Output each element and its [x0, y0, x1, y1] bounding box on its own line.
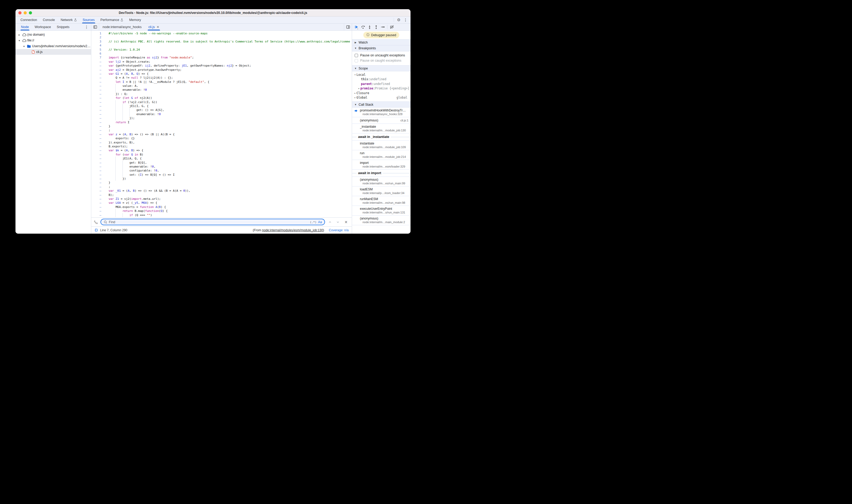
line-number[interactable]: –: [91, 100, 105, 104]
line-number[interactable]: –: [91, 141, 105, 144]
line-number[interactable]: –: [91, 157, 105, 161]
line-number[interactable]: –: [91, 76, 105, 80]
line-number[interactable]: –: [91, 88, 105, 92]
pretty-print-icon[interactable]: {}: [94, 229, 97, 232]
scope-expander-icon[interactable]: ▾: [354, 73, 356, 76]
line-number[interactable]: –: [91, 144, 105, 148]
tree-expander-icon[interactable]: ▾: [22, 45, 26, 48]
line-number[interactable]: 7: [91, 56, 105, 59]
line-number[interactable]: –: [91, 132, 105, 136]
step-into-icon[interactable]: [368, 25, 372, 29]
tree-expander-icon[interactable]: ▾: [18, 39, 21, 42]
tab-network[interactable]: Network: [58, 17, 80, 23]
resume-script-icon[interactable]: [354, 25, 359, 29]
section-call-stack[interactable]: ▼ Call Stack: [352, 102, 410, 108]
line-number[interactable]: –: [91, 60, 105, 64]
line-number[interactable]: –: [91, 116, 105, 120]
toggle-navigator-icon[interactable]: [91, 23, 99, 31]
line-number[interactable]: –: [91, 177, 105, 181]
tree-item-cli-js[interactable]: cli.js: [16, 49, 91, 55]
close-window-button[interactable]: [18, 11, 21, 14]
line-number[interactable]: –: [91, 148, 105, 152]
call-stack-frame-anonymous[interactable]: (anonymous)node:internal/m…es/run_main:9…: [352, 177, 410, 186]
step-over-icon[interactable]: [361, 25, 365, 29]
line-number[interactable]: –: [91, 152, 105, 157]
line-number[interactable]: 6: [91, 52, 105, 56]
tree-item-users-jinhuilee-nvm-versions-node-v2[interactable]: ▾Users/jinhuilee/.nvm/versions/node/v2…: [16, 43, 91, 49]
navigator-tab-node[interactable]: Node: [18, 23, 32, 31]
zoom-window-button[interactable]: [29, 11, 32, 14]
line-number[interactable]: –: [91, 173, 105, 177]
line-number[interactable]: –: [91, 193, 105, 197]
line-number[interactable]: –: [91, 96, 105, 100]
close-find-bar-icon[interactable]: ✕: [343, 220, 349, 224]
line-number[interactable]: –: [91, 213, 105, 217]
line-number[interactable]: –: [91, 120, 105, 124]
call-stack-frame-instantiate[interactable]: _instantiatenode:internal/m…module_job:1…: [352, 124, 410, 133]
line-number[interactable]: –: [91, 197, 105, 201]
line-number[interactable]: –: [91, 108, 105, 112]
navigator-tab-snippets[interactable]: Snippets: [54, 23, 72, 31]
line-number[interactable]: –: [91, 168, 105, 173]
tab-sources[interactable]: Sources: [80, 17, 97, 23]
step-icon[interactable]: [380, 25, 385, 29]
line-number[interactable]: 4: [91, 43, 105, 48]
call-stack-frame-anonymous[interactable]: (anonymous)node:internal/m…main_module:2: [352, 216, 410, 225]
scope-group-closure[interactable]: ▸Closure: [352, 91, 410, 95]
tab-performance[interactable]: Performance: [97, 17, 126, 23]
navigator-tab-workspace[interactable]: Workspace: [32, 23, 54, 31]
line-number[interactable]: –: [91, 189, 105, 193]
section-scope[interactable]: ▼ Scope: [352, 65, 410, 71]
line-number[interactable]: –: [91, 161, 105, 165]
scope-variable-parent[interactable]: parent: undefined: [352, 82, 410, 86]
call-stack-frame-run[interactable]: runnode:internal/m…module_job:214: [352, 150, 410, 160]
line-number[interactable]: –: [91, 209, 105, 213]
line-number[interactable]: –: [91, 80, 105, 84]
close-tab-icon[interactable]: ✕: [157, 25, 159, 29]
scope-expander-icon[interactable]: ▸: [354, 96, 356, 99]
toggle-debugger-sidebar-icon[interactable]: [344, 23, 352, 31]
scope-expander-icon[interactable]: ▸: [354, 92, 356, 94]
section-breakpoints[interactable]: ▼ Breakpoints: [352, 46, 410, 51]
call-stack-frame-import[interactable]: importnode:internal/m…esm/loader:329: [352, 160, 410, 170]
breakpoint-option-pause-on-uncaught-exceptions[interactable]: Pause on uncaught exceptions: [352, 53, 410, 58]
line-number[interactable]: 3: [91, 40, 105, 43]
line-number[interactable]: –: [91, 205, 105, 209]
scope-group-global[interactable]: ▸Globalglobal: [352, 95, 410, 100]
line-number[interactable]: –: [91, 72, 105, 76]
line-number[interactable]: –: [91, 124, 105, 128]
line-number[interactable]: –: [91, 136, 105, 140]
line-number[interactable]: –: [91, 165, 105, 168]
line-number[interactable]: –: [91, 104, 105, 108]
navigator-more-icon[interactable]: ⋮: [85, 23, 91, 31]
editor-tab-cli-js[interactable]: cli.js✕: [145, 23, 163, 31]
checkbox[interactable]: [355, 54, 358, 57]
find-next-icon[interactable]: [335, 220, 341, 224]
call-stack-frame-promiseinithookwithdestroytr[interactable]: promiseInitHookWithDestroyTr…node:intern…: [352, 108, 410, 117]
line-number[interactable]: 5: [91, 48, 105, 52]
tree-expander-icon[interactable]: ▸: [18, 33, 21, 36]
scope-variable-promise[interactable]: ▸promise: Promise {<pending>}: [352, 86, 410, 91]
regex-toggle-icon[interactable]: (.*): [310, 220, 316, 224]
match-case-toggle-icon[interactable]: Aa: [318, 220, 322, 224]
more-options-icon[interactable]: ⋮: [404, 18, 407, 22]
coverage-link[interactable]: Coverage: n/a: [329, 229, 349, 232]
line-number[interactable]: –: [91, 64, 105, 68]
tab-console[interactable]: Console: [40, 17, 58, 23]
section-watch[interactable]: ▶ Watch: [352, 39, 410, 46]
find-input[interactable]: [109, 220, 308, 224]
line-number[interactable]: –: [91, 201, 105, 205]
call-stack-frame-anonymous[interactable]: (anonymous)cli.js:1: [352, 117, 410, 124]
line-number[interactable]: –: [91, 181, 105, 185]
step-out-icon[interactable]: [374, 25, 378, 29]
line-number[interactable]: –: [91, 128, 105, 132]
line-number[interactable]: 1: [91, 32, 105, 35]
toggle-replace-icon[interactable]: AB: [94, 220, 99, 224]
editor-tab-node-internal-async-hooks[interactable]: node:internal/async_hooks: [99, 23, 145, 31]
call-stack-frame-instantiate[interactable]: instantiatenode:internal/m…module_job:10…: [352, 141, 410, 150]
tree-item-no-domain[interactable]: ▸(no domain): [16, 32, 91, 37]
call-stack-frame-executeuserentrypoint[interactable]: executeUserEntryPointnode:internal/m…s/r…: [352, 206, 410, 216]
deactivate-breakpoints-icon[interactable]: [390, 25, 394, 29]
scope-group-local[interactable]: ▾Local: [352, 72, 410, 77]
find-previous-icon[interactable]: [327, 220, 333, 224]
